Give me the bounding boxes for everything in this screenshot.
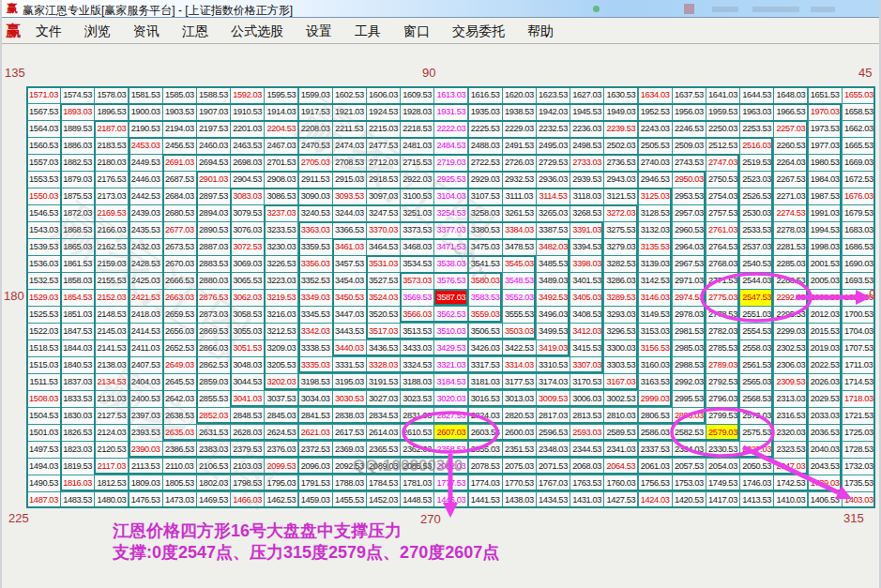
grid-cell[interactable]: 2222.03 bbox=[434, 121, 467, 137]
grid-cell[interactable]: 1455.53 bbox=[333, 492, 366, 508]
grid-cell[interactable]: 3216.03 bbox=[265, 307, 297, 323]
grid-cell[interactable]: 2285.03 bbox=[774, 256, 807, 272]
grid-cell[interactable]: 1476.53 bbox=[129, 492, 162, 508]
grid-cell[interactable]: 1413.53 bbox=[740, 492, 773, 508]
grid-cell[interactable]: 2264.03 bbox=[774, 155, 807, 171]
grid-cell[interactable]: 1833.53 bbox=[61, 391, 94, 407]
grid-cell[interactable]: 2785.53 bbox=[706, 340, 739, 356]
grid-cell[interactable]: 2173.03 bbox=[95, 188, 128, 204]
grid-cell[interactable]: 1637.53 bbox=[673, 87, 706, 103]
grid-cell[interactable]: 2008.53 bbox=[809, 290, 842, 306]
grid-cell[interactable]: 2295.53 bbox=[774, 307, 807, 323]
menu-item-3[interactable]: 资讯 bbox=[122, 19, 171, 44]
grid-cell[interactable]: 1599.03 bbox=[299, 87, 332, 103]
grid-cell[interactable]: 3363.03 bbox=[299, 222, 332, 238]
grid-cell[interactable]: 2134.53 bbox=[95, 374, 128, 390]
grid-cell[interactable]: 2579.03 bbox=[706, 425, 739, 441]
grid-cell[interactable]: 2474.03 bbox=[333, 138, 366, 154]
grid-cell[interactable]: 3534.53 bbox=[401, 256, 433, 272]
grid-cell[interactable]: 1536.03 bbox=[27, 256, 60, 272]
grid-cell[interactable]: 3293.03 bbox=[604, 307, 637, 323]
grid-cell[interactable]: 3314.03 bbox=[503, 357, 536, 373]
grid-cell[interactable]: 2106.53 bbox=[197, 459, 230, 475]
grid-cell[interactable]: 2722.53 bbox=[469, 155, 502, 171]
grid-cell[interactable]: 2068.03 bbox=[570, 459, 603, 475]
grid-cell[interactable]: 2096.03 bbox=[299, 459, 332, 475]
grid-cell[interactable]: 2918.53 bbox=[367, 172, 400, 188]
grid-cell[interactable]: 1490.53 bbox=[27, 475, 60, 491]
grid-cell[interactable]: 2925.53 bbox=[434, 172, 467, 188]
grid-cell[interactable]: 2082.03 bbox=[434, 459, 467, 475]
grid-cell[interactable]: 2078.53 bbox=[469, 459, 502, 475]
grid-cell[interactable]: 3587.03 bbox=[434, 290, 467, 306]
grid-cell[interactable]: 2456.53 bbox=[163, 138, 196, 154]
grid-cell[interactable]: 2330.53 bbox=[706, 442, 739, 458]
grid-cell[interactable]: 1763.53 bbox=[570, 475, 603, 491]
grid-cell[interactable]: 1525.53 bbox=[27, 307, 60, 323]
grid-cell[interactable]: 3296.53 bbox=[604, 324, 637, 339]
grid-cell[interactable]: 1557.03 bbox=[27, 155, 60, 171]
grid-cell[interactable]: 2064.53 bbox=[604, 459, 637, 475]
grid-cell[interactable]: 1511.53 bbox=[27, 374, 60, 390]
grid-cell[interactable]: 1826.53 bbox=[61, 425, 94, 441]
grid-cell[interactable]: 3118.03 bbox=[570, 188, 603, 204]
grid-cell[interactable]: 2201.03 bbox=[231, 121, 264, 137]
grid-cell[interactable]: 2176.53 bbox=[95, 172, 128, 188]
grid-cell[interactable]: 2253.53 bbox=[740, 121, 773, 137]
grid-cell[interactable]: 1767.03 bbox=[537, 475, 570, 491]
grid-cell[interactable]: 2575.53 bbox=[740, 425, 773, 441]
grid-cell[interactable]: 2036.53 bbox=[809, 425, 842, 441]
grid-cell[interactable]: 2687.53 bbox=[163, 172, 196, 188]
menu-item-9[interactable]: 交易委托 bbox=[441, 19, 516, 44]
grid-cell[interactable]: 3128.53 bbox=[639, 205, 672, 221]
grid-cell[interactable]: 3202.03 bbox=[265, 374, 297, 390]
grid-cell[interactable]: 2012.03 bbox=[809, 307, 842, 323]
grid-cell[interactable]: 3366.53 bbox=[333, 222, 366, 238]
grid-cell[interactable]: 1886.03 bbox=[61, 138, 94, 154]
grid-cell[interactable]: 1427.53 bbox=[604, 492, 637, 508]
grid-cell[interactable]: 1571.03 bbox=[27, 87, 60, 103]
grid-cell[interactable]: 3492.53 bbox=[537, 290, 570, 306]
grid-cell[interactable]: 3489.03 bbox=[537, 273, 570, 289]
grid-cell[interactable]: 2425.03 bbox=[129, 273, 162, 289]
grid-cell[interactable]: 2950.03 bbox=[673, 172, 706, 188]
grid-cell[interactable]: 2127.53 bbox=[95, 408, 128, 424]
grid-cell[interactable]: 2624.53 bbox=[265, 425, 297, 441]
grid-cell[interactable]: 2729.53 bbox=[537, 155, 570, 171]
grid-cell[interactable]: 3482.03 bbox=[537, 239, 570, 255]
grid-cell[interactable]: 3443.53 bbox=[333, 324, 366, 339]
grid-cell[interactable]: 1917.53 bbox=[299, 104, 332, 120]
grid-cell[interactable]: 3394.53 bbox=[570, 239, 603, 255]
grid-cell[interactable]: 2985.03 bbox=[673, 340, 706, 356]
grid-cell[interactable]: 1777.53 bbox=[434, 475, 467, 491]
grid-cell[interactable]: 1795.03 bbox=[265, 475, 297, 491]
grid-cell[interactable]: 2481.03 bbox=[401, 138, 433, 154]
grid-cell[interactable]: 2880.03 bbox=[197, 273, 230, 289]
grid-cell[interactable]: 3419.03 bbox=[537, 340, 570, 356]
grid-cell[interactable]: 1595.53 bbox=[265, 87, 297, 103]
grid-cell[interactable]: 2302.53 bbox=[774, 340, 807, 356]
grid-cell[interactable]: 3352.53 bbox=[299, 273, 332, 289]
grid-cell[interactable]: 2582.53 bbox=[673, 425, 706, 441]
grid-cell[interactable]: 3562.53 bbox=[434, 307, 467, 323]
grid-cell[interactable]: 1718.03 bbox=[843, 391, 875, 407]
grid-cell[interactable]: 1539.53 bbox=[27, 239, 60, 255]
grid-cell[interactable]: 2859.03 bbox=[197, 374, 230, 390]
grid-cell[interactable]: 3380.53 bbox=[469, 222, 502, 238]
grid-cell[interactable]: 1889.53 bbox=[61, 121, 94, 137]
grid-cell[interactable]: 3184.53 bbox=[434, 374, 467, 390]
grid-cell[interactable]: 3387.53 bbox=[537, 222, 570, 238]
grid-cell[interactable]: 3576.53 bbox=[434, 273, 467, 289]
grid-cell[interactable]: 2243.03 bbox=[639, 121, 672, 137]
grid-cell[interactable]: 2470.53 bbox=[299, 138, 332, 154]
grid-cell[interactable]: 3422.53 bbox=[503, 340, 536, 356]
grid-cell[interactable]: 3478.53 bbox=[503, 239, 536, 255]
grid-cell[interactable]: 2477.53 bbox=[367, 138, 400, 154]
grid-cell[interactable]: 2495.03 bbox=[537, 138, 570, 154]
grid-cell[interactable]: 3233.53 bbox=[265, 222, 297, 238]
grid-cell[interactable]: 1683.03 bbox=[843, 222, 875, 238]
grid-cell[interactable]: 2383.03 bbox=[197, 442, 230, 458]
grid-cell[interactable]: 1459.03 bbox=[299, 492, 332, 508]
grid-cell[interactable]: 2533.53 bbox=[740, 222, 773, 238]
grid-cell[interactable]: 2040.03 bbox=[809, 442, 842, 458]
